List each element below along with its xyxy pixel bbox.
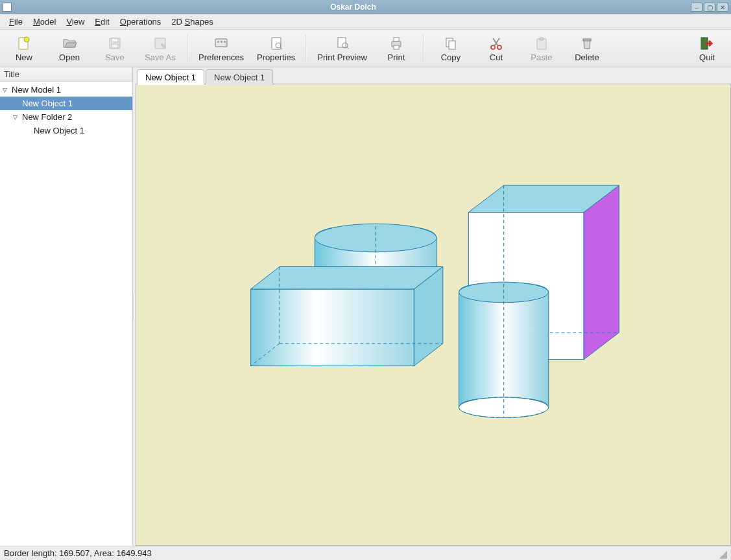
tab-object-2[interactable]: New Object 1 [206, 69, 273, 85]
drawing-canvas[interactable] [136, 84, 730, 545]
properties-button[interactable]: Properties [250, 31, 302, 65]
print-preview-icon [335, 36, 350, 51]
svg-rect-14 [394, 38, 399, 41]
save-as-button[interactable]: Save As [138, 31, 183, 65]
menu-2d-shapes[interactable]: 2D Shapes [166, 15, 218, 29]
cut-icon [488, 36, 504, 51]
tree-view: ▽ New Model 1 New Object 1 ▽ New Folder … [0, 82, 132, 139]
tab-label: New Object 1 [214, 73, 265, 82]
sidebar-column-header[interactable]: Title [0, 67, 132, 82]
delete-button[interactable]: Delete [564, 31, 610, 65]
preferences-button[interactable]: Preferences [192, 31, 250, 65]
copy-button[interactable]: Copy [428, 31, 473, 65]
paste-label: Paste [531, 52, 552, 62]
menu-shapes-label: 2D [171, 17, 184, 27]
new-button[interactable]: New [1, 31, 47, 65]
print-preview-label: Print Preview [317, 52, 367, 62]
sidebar: Title ▽ New Model 1 New Object 1 ▽ New F… [0, 67, 133, 546]
window-title: Oskar Dolch [16, 3, 691, 12]
tab-label: New Object 1 [145, 73, 196, 82]
print-preview-button[interactable]: Print Preview [311, 31, 374, 65]
preferences-icon [213, 36, 229, 51]
toolbar-separator [306, 35, 307, 62]
paste-button[interactable]: Paste [519, 31, 564, 65]
menu-edit[interactable]: Edit [90, 15, 114, 29]
new-label: New [16, 52, 32, 62]
svg-rect-10 [338, 38, 346, 47]
cut-button[interactable]: Cut [473, 31, 519, 65]
tree-node-label: New Object 1 [34, 126, 84, 135]
new-icon [16, 36, 32, 51]
copy-label: Copy [441, 52, 461, 62]
open-button[interactable]: Open [47, 31, 92, 65]
app-icon [3, 3, 12, 12]
menu-operations[interactable]: Operations [115, 15, 167, 29]
cut-label: Cut [490, 52, 503, 62]
save-button[interactable]: Save [92, 31, 138, 65]
menu-file[interactable]: File [4, 15, 28, 29]
menu-operations-label: perations [126, 17, 161, 27]
svg-rect-23 [540, 38, 544, 40]
tree-node-folder[interactable]: ▽ New Folder 2 [0, 110, 132, 124]
expander-icon[interactable]: ▽ [3, 87, 10, 93]
paste-icon [534, 36, 549, 51]
tab-object-1[interactable]: New Object 1 [137, 69, 204, 85]
window-close-button[interactable]: ✕ [717, 3, 728, 12]
tab-bar: New Object 1 New Object 1 [136, 67, 731, 84]
menu-view[interactable]: View [61, 15, 90, 29]
svg-rect-3 [112, 38, 118, 42]
toolbar: New Open Save Save As Preferences [0, 30, 731, 67]
window-title-bar: Oskar Dolch – ▢ ✕ [0, 0, 731, 14]
expander-icon[interactable]: ▽ [13, 114, 21, 121]
print-button[interactable]: Print [374, 31, 419, 65]
tree-node-object-1[interactable]: New Object 1 [0, 97, 132, 110]
canvas-wrapper [136, 84, 731, 546]
copy-icon [443, 36, 459, 51]
open-label: Open [59, 52, 80, 62]
status-text: Border length: 169.507, Area: 1649.943 [4, 548, 152, 558]
print-icon [389, 36, 404, 51]
delete-label: Delete [575, 52, 599, 62]
save-as-label: Save As [145, 52, 176, 62]
quit-button[interactable]: Quit [684, 31, 730, 65]
resize-grip[interactable] [717, 548, 727, 559]
svg-rect-15 [394, 45, 399, 49]
menu-bar: File Model View Edit Operations 2D Shape… [0, 14, 731, 30]
window-maximize-button[interactable]: ▢ [704, 3, 715, 12]
preferences-label: Preferences [198, 52, 244, 62]
tree-node-object-2[interactable]: New Object 1 [0, 124, 132, 137]
status-bar: Border length: 169.507, Area: 1649.943 [0, 546, 731, 560]
tree-node-label: New Model 1 [12, 85, 61, 95]
menu-model-label: odel [40, 17, 56, 27]
tree-node-label: New Object 1 [22, 99, 73, 108]
menu-model[interactable]: Model [28, 15, 61, 29]
toolbar-separator [423, 35, 424, 62]
delete-icon [579, 36, 595, 51]
open-icon [62, 36, 77, 51]
svg-line-12 [347, 47, 349, 49]
svg-rect-4 [112, 44, 118, 48]
svg-rect-24 [583, 39, 591, 41]
save-icon [107, 36, 123, 51]
toolbar-separator [187, 35, 188, 62]
save-as-icon [152, 36, 168, 51]
menu-edit-label: dit [101, 17, 110, 27]
shape-box-blue[interactable] [251, 266, 443, 366]
tree-node-label: New Folder 2 [22, 112, 72, 122]
svg-point-1 [24, 37, 29, 42]
quit-label: Quit [699, 52, 715, 62]
tree-node-model[interactable]: ▽ New Model 1 [0, 83, 132, 97]
quit-icon [699, 36, 715, 51]
main-area: Title ▽ New Model 1 New Object 1 ▽ New F… [0, 67, 731, 546]
properties-icon [269, 36, 284, 51]
print-label: Print [388, 52, 405, 62]
menu-file-label: ile [14, 17, 23, 27]
properties-label: Properties [257, 52, 295, 62]
menu-view-label: iew [72, 17, 85, 27]
shape-cylinder-small[interactable] [459, 282, 549, 417]
content-area: New Object 1 New Object 1 [136, 67, 731, 546]
save-label: Save [105, 52, 125, 62]
svg-rect-17 [449, 41, 455, 49]
window-minimize-button[interactable]: – [691, 3, 702, 12]
